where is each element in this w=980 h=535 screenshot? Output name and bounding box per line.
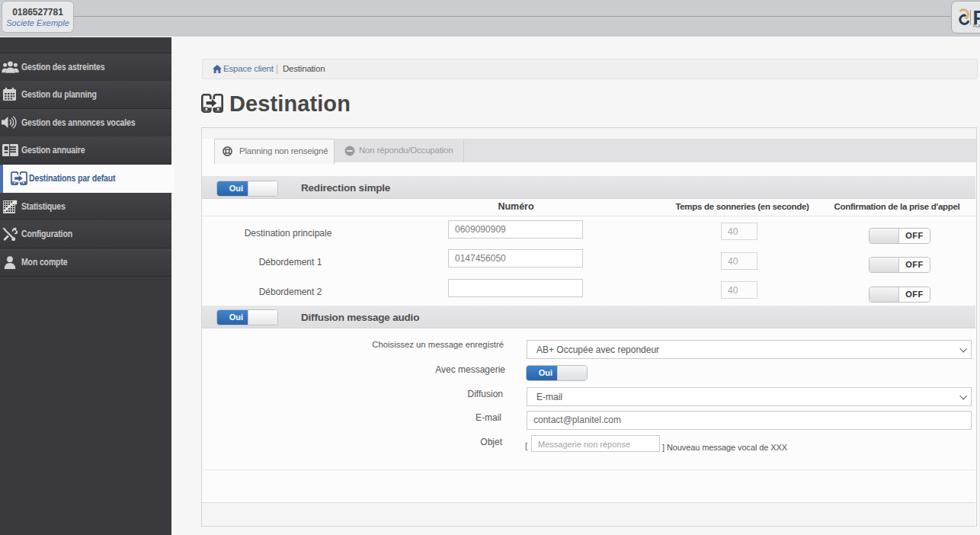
svg-text:PLANI: PLANI <box>973 24 980 28</box>
